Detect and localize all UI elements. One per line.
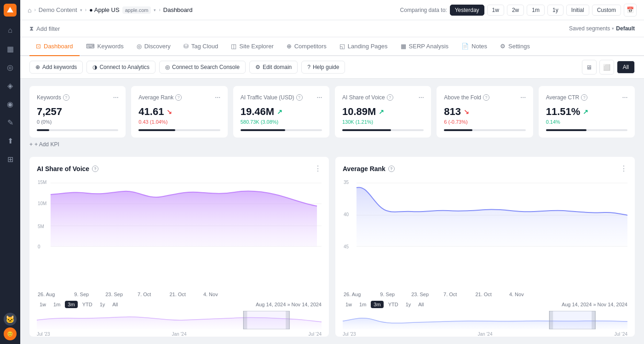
saved-segments: Saved segments ▾ Default (569, 25, 635, 32)
breadcrumb: ⌂ › Demo Content ▾ › ● Apple US apple.co… (28, 6, 192, 14)
user-avatar[interactable]: 😊 (4, 327, 17, 340)
tab-site-explorer[interactable]: ◫ Site Explorer (224, 37, 280, 56)
tab-dashboard[interactable]: ⊡ Dashboard (29, 37, 80, 56)
x-label: 9. Sep (74, 292, 89, 297)
tr-1m-sov[interactable]: 1m (51, 301, 63, 308)
tab-tag-cloud[interactable]: ⛁ Tag Cloud (177, 37, 225, 56)
breadcrumb-demo[interactable]: Demo Content (39, 6, 77, 13)
range-selector[interactable] (243, 311, 289, 329)
kpi-actions: ··· (316, 92, 322, 102)
tab-keywords[interactable]: ⌨ Keywords (80, 37, 130, 56)
connect-search-console-button[interactable]: ◎ Connect to Search Console (159, 61, 246, 74)
desktop-view-button[interactable]: 🖥 (582, 60, 597, 75)
tr-1w-sov[interactable]: 1w (37, 301, 49, 308)
home-icon[interactable]: ⌂ (28, 6, 31, 14)
add-keywords-button[interactable]: ⊕ Add keywords (29, 61, 83, 74)
tr-1y-rank[interactable]: 1y (403, 301, 414, 308)
tr-3m-sov[interactable]: 3m (65, 301, 77, 308)
all-button[interactable]: All (617, 61, 635, 74)
sidebar-item-chart[interactable]: ▦ (2, 40, 18, 57)
sidebar: ⌂ ▦ ◎ ◈ ◉ ✎ ⬆ ⊞ 🐱 😊 (0, 0, 20, 344)
tab-notes[interactable]: 📄 Notes (455, 37, 494, 56)
sidebar-item-search[interactable]: ◎ (2, 59, 18, 75)
tab-competitors[interactable]: ⊕ Competitors (280, 37, 333, 56)
chart-more-options[interactable]: ⋮ (314, 164, 322, 173)
sidebar-item-edit[interactable]: ✎ (2, 114, 18, 131)
connect-analytics-button[interactable]: ◑ Connect to Analytics (86, 61, 155, 74)
connect-analytics-label: Connect to Analytics (99, 64, 150, 70)
info-icon[interactable]: ? (387, 94, 393, 101)
range-handle-left[interactable] (243, 311, 247, 329)
tr-1m-rank[interactable]: 1m (356, 301, 369, 308)
help-guide-label: Help guide (313, 64, 339, 70)
info-icon[interactable]: ? (388, 166, 395, 172)
tab-serp-analysis[interactable]: ▦ SERP Analysis (394, 37, 455, 56)
chevron-down-icon[interactable]: ▾ (612, 26, 614, 31)
chart-footer-sov: 1w 1m 3m YTD 1y All Aug 14, 2024 » Nov 1… (37, 301, 322, 308)
kpi-card-above-fold: Above the Fold ? ··· 813 ↘ 6 (-0.73%) (437, 86, 533, 138)
add-kpi-button[interactable]: + + Add KPI (29, 141, 635, 148)
tab-discovery[interactable]: ◎ Discovery (130, 37, 177, 56)
tr-ytd-rank[interactable]: YTD (385, 301, 401, 308)
tr-all-sov[interactable]: All (109, 301, 121, 308)
sidebar-item-tag[interactable]: ◈ (2, 77, 18, 94)
more-options-icon[interactable]: ··· (215, 92, 220, 102)
time-btn-custom[interactable]: Custom (592, 5, 621, 16)
chart-header: Average Rank ? ⋮ (343, 164, 627, 173)
kpi-title: AI Traffic Value (USD) ? (241, 94, 303, 101)
sidebar-item-upload[interactable]: ⬆ (2, 132, 18, 149)
time-btn-1y[interactable]: 1y (547, 5, 564, 16)
help-icon: ? (307, 64, 310, 70)
range-handle-right-rank[interactable] (592, 311, 595, 329)
range-selector-rank[interactable] (549, 311, 595, 329)
chart-avg-rank-title: Average Rank (343, 165, 385, 172)
sidebar-item-home[interactable]: ⌂ (2, 22, 18, 39)
info-icon[interactable]: ? (581, 94, 587, 101)
tab-settings[interactable]: ⚙ Settings (494, 37, 536, 56)
kpi-bar (444, 129, 525, 131)
chart-more-options[interactable]: ⋮ (620, 164, 627, 173)
kpi-bar-fill (138, 129, 175, 131)
range-handle-left-rank[interactable] (549, 311, 553, 329)
tr-ytd-sov[interactable]: YTD (80, 301, 95, 308)
info-icon[interactable]: ? (175, 94, 182, 101)
time-btn-initial[interactable]: Initial (566, 5, 589, 16)
sidebar-item-grid[interactable]: ⊞ (2, 151, 18, 167)
sidebar-logo[interactable] (4, 4, 17, 17)
cat-avatar[interactable]: 🐱 (4, 313, 17, 326)
time-btn-1m[interactable]: 1m (527, 5, 545, 16)
tab-landing-pages[interactable]: ◱ Landing Pages (333, 37, 394, 56)
breadcrumb-dashboard: Dashboard (163, 6, 193, 13)
info-icon[interactable]: ? (92, 166, 98, 172)
range-handle-right[interactable] (286, 311, 289, 329)
info-icon[interactable]: ? (63, 94, 69, 101)
more-options-icon[interactable]: ··· (520, 92, 526, 102)
tr-1y-sov[interactable]: 1y (97, 301, 108, 308)
main-content: ⌂ › Demo Content ▾ › ● Apple US apple.co… (20, 0, 644, 344)
time-btn-yesterday[interactable]: Yesterday (450, 5, 484, 16)
time-btn-2w[interactable]: 2w (507, 5, 524, 16)
time-btn-1w[interactable]: 1w (487, 5, 504, 16)
svg-text:40: 40 (344, 212, 349, 217)
info-icon[interactable]: ? (296, 94, 303, 101)
tablet-view-button[interactable]: ⬜ (599, 60, 614, 75)
tr-all-rank[interactable]: All (415, 301, 426, 308)
x-label: 23. Sep (411, 292, 429, 297)
sidebar-item-eye[interactable]: ◉ (2, 96, 18, 112)
info-icon[interactable]: ? (483, 94, 489, 101)
breadcrumb-apple[interactable]: ● Apple US (89, 6, 120, 13)
kpi-title: Keywords ? (37, 94, 69, 101)
more-options-icon[interactable]: ··· (418, 92, 424, 102)
more-options-icon[interactable]: ··· (316, 92, 322, 102)
edit-domain-label: Edit domain (263, 64, 292, 70)
action-bar-right: 🖥 ⬜ All (582, 60, 635, 75)
tr-3m-rank[interactable]: 3m (371, 301, 383, 308)
kpi-title: Average Rank ? (138, 94, 182, 101)
more-options-icon[interactable]: ··· (622, 92, 627, 102)
edit-domain-button[interactable]: ⚙ Edit domain (249, 61, 298, 74)
calendar-icon[interactable]: 📅 (624, 4, 637, 17)
help-guide-button[interactable]: ? Help guide (301, 61, 345, 74)
add-filter-button[interactable]: ⧗ Add filter (29, 25, 60, 32)
more-options-icon[interactable]: ··· (113, 92, 118, 102)
tr-1w-rank[interactable]: 1w (343, 301, 355, 308)
